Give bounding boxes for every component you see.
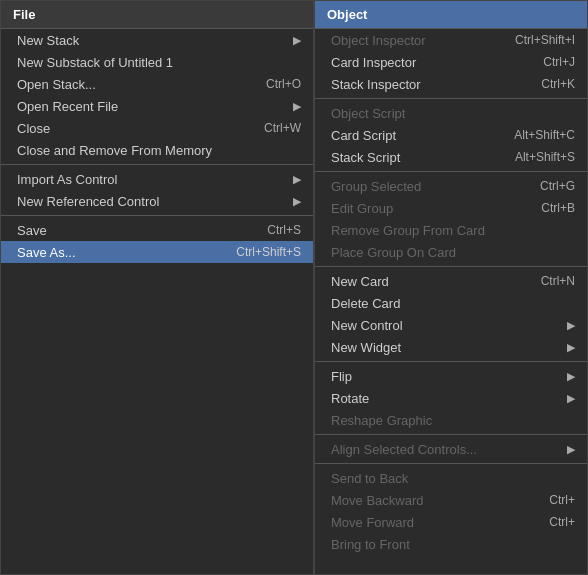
menu-item-label-move-backward: Move Backward xyxy=(331,493,529,508)
menu-item-label-close-remove: Close and Remove From Memory xyxy=(17,143,301,158)
menu-item-align-selected: Align Selected Controls...▶ xyxy=(315,438,587,460)
arrow-icon-new-referenced: ▶ xyxy=(293,195,301,208)
menu-container: File New Stack▶New Substack of Untitled … xyxy=(0,0,588,575)
menu-item-stack-inspector[interactable]: Stack InspectorCtrl+K xyxy=(315,73,587,95)
menu-item-shortcut-save: Ctrl+S xyxy=(267,223,301,237)
menu-item-label-import-as-control: Import As Control xyxy=(17,172,285,187)
menu-item-edit-group: Edit GroupCtrl+B xyxy=(315,197,587,219)
menu-item-close[interactable]: CloseCtrl+W xyxy=(1,117,313,139)
menu-item-shortcut-open-stack: Ctrl+O xyxy=(266,77,301,91)
menu-item-flip[interactable]: Flip▶ xyxy=(315,365,587,387)
menu-item-label-new-referenced: New Referenced Control xyxy=(17,194,285,209)
menu-item-import-as-control[interactable]: Import As Control▶ xyxy=(1,168,313,190)
arrow-icon-new-control: ▶ xyxy=(567,319,575,332)
menu-item-open-stack[interactable]: Open Stack...Ctrl+O xyxy=(1,73,313,95)
menu-item-save-as[interactable]: Save As...Ctrl+Shift+S xyxy=(1,241,313,263)
menu-item-new-stack[interactable]: New Stack▶ xyxy=(1,29,313,51)
menu-item-new-referenced[interactable]: New Referenced Control▶ xyxy=(1,190,313,212)
menu-item-label-new-substack: New Substack of Untitled 1 xyxy=(17,55,301,70)
menu-item-new-control[interactable]: New Control▶ xyxy=(315,314,587,336)
menu-item-label-bring-to-front: Bring to Front xyxy=(331,537,575,552)
menu-item-label-edit-group: Edit Group xyxy=(331,201,521,216)
menu-item-shortcut-new-card: Ctrl+N xyxy=(541,274,575,288)
arrow-icon-import-as-control: ▶ xyxy=(293,173,301,186)
file-menu-title: File xyxy=(13,7,35,22)
menu-item-new-widget[interactable]: New Widget▶ xyxy=(315,336,587,358)
object-menu-header[interactable]: Object xyxy=(315,1,587,29)
menu-item-shortcut-edit-group: Ctrl+B xyxy=(541,201,575,215)
menu-item-bring-to-front: Bring to Front xyxy=(315,533,587,555)
menu-separator xyxy=(315,266,587,267)
menu-item-shortcut-group-selected: Ctrl+G xyxy=(540,179,575,193)
menu-item-card-inspector[interactable]: Card InspectorCtrl+J xyxy=(315,51,587,73)
arrow-icon-align-selected: ▶ xyxy=(567,443,575,456)
file-menu: File New Stack▶New Substack of Untitled … xyxy=(0,0,314,575)
menu-item-remove-group: Remove Group From Card xyxy=(315,219,587,241)
menu-item-label-close: Close xyxy=(17,121,244,136)
menu-item-open-recent[interactable]: Open Recent File▶ xyxy=(1,95,313,117)
menu-item-card-script[interactable]: Card ScriptAlt+Shift+C xyxy=(315,124,587,146)
menu-item-label-send-to-back: Send to Back xyxy=(331,471,575,486)
menu-item-label-new-stack: New Stack xyxy=(17,33,285,48)
menu-item-label-stack-inspector: Stack Inspector xyxy=(331,77,521,92)
menu-item-send-to-back: Send to Back xyxy=(315,467,587,489)
menu-item-shortcut-close: Ctrl+W xyxy=(264,121,301,135)
menu-item-label-stack-script: Stack Script xyxy=(331,150,495,165)
menu-item-label-card-inspector: Card Inspector xyxy=(331,55,523,70)
menu-item-label-rotate: Rotate xyxy=(331,391,559,406)
menu-separator xyxy=(315,98,587,99)
menu-item-stack-script[interactable]: Stack ScriptAlt+Shift+S xyxy=(315,146,587,168)
object-menu: Object Object InspectorCtrl+Shift+ICard … xyxy=(314,0,588,575)
menu-item-object-inspector: Object InspectorCtrl+Shift+I xyxy=(315,29,587,51)
menu-item-close-remove[interactable]: Close and Remove From Memory xyxy=(1,139,313,161)
menu-item-label-object-inspector: Object Inspector xyxy=(331,33,495,48)
arrow-icon-flip: ▶ xyxy=(567,370,575,383)
menu-item-rotate[interactable]: Rotate▶ xyxy=(315,387,587,409)
menu-item-label-flip: Flip xyxy=(331,369,559,384)
menu-item-label-open-recent: Open Recent File xyxy=(17,99,285,114)
menu-item-shortcut-stack-script: Alt+Shift+S xyxy=(515,150,575,164)
menu-separator xyxy=(315,463,587,464)
menu-item-label-new-control: New Control xyxy=(331,318,559,333)
menu-item-new-card[interactable]: New CardCtrl+N xyxy=(315,270,587,292)
menu-item-save[interactable]: SaveCtrl+S xyxy=(1,219,313,241)
menu-item-shortcut-save-as: Ctrl+Shift+S xyxy=(236,245,301,259)
menu-item-shortcut-stack-inspector: Ctrl+K xyxy=(541,77,575,91)
menu-item-move-forward: Move ForwardCtrl+ xyxy=(315,511,587,533)
menu-item-label-reshape-graphic: Reshape Graphic xyxy=(331,413,575,428)
menu-item-label-save-as: Save As... xyxy=(17,245,216,260)
menu-item-shortcut-card-inspector: Ctrl+J xyxy=(543,55,575,69)
menu-item-label-align-selected: Align Selected Controls... xyxy=(331,442,559,457)
menu-item-reshape-graphic: Reshape Graphic xyxy=(315,409,587,431)
arrow-icon-new-stack: ▶ xyxy=(293,34,301,47)
menu-item-shortcut-move-forward: Ctrl+ xyxy=(549,515,575,529)
menu-item-delete-card[interactable]: Delete Card xyxy=(315,292,587,314)
menu-item-label-object-script: Object Script xyxy=(331,106,575,121)
menu-separator xyxy=(1,164,313,165)
menu-separator xyxy=(315,434,587,435)
menu-item-label-group-selected: Group Selected xyxy=(331,179,520,194)
file-menu-header[interactable]: File xyxy=(1,1,313,29)
menu-item-label-move-forward: Move Forward xyxy=(331,515,529,530)
arrow-icon-rotate: ▶ xyxy=(567,392,575,405)
menu-item-label-save: Save xyxy=(17,223,247,238)
menu-item-label-place-group: Place Group On Card xyxy=(331,245,575,260)
menu-separator xyxy=(315,361,587,362)
menu-item-move-backward: Move BackwardCtrl+ xyxy=(315,489,587,511)
arrow-icon-new-widget: ▶ xyxy=(567,341,575,354)
arrow-icon-open-recent: ▶ xyxy=(293,100,301,113)
menu-item-object-script: Object Script xyxy=(315,102,587,124)
menu-item-place-group: Place Group On Card xyxy=(315,241,587,263)
menu-item-shortcut-move-backward: Ctrl+ xyxy=(549,493,575,507)
menu-item-label-new-widget: New Widget xyxy=(331,340,559,355)
menu-item-label-remove-group: Remove Group From Card xyxy=(331,223,575,238)
menu-item-shortcut-card-script: Alt+Shift+C xyxy=(514,128,575,142)
menu-item-shortcut-object-inspector: Ctrl+Shift+I xyxy=(515,33,575,47)
file-menu-items: New Stack▶New Substack of Untitled 1Open… xyxy=(1,29,313,263)
menu-item-label-delete-card: Delete Card xyxy=(331,296,575,311)
menu-separator xyxy=(1,215,313,216)
object-menu-items: Object InspectorCtrl+Shift+ICard Inspect… xyxy=(315,29,587,555)
menu-item-label-new-card: New Card xyxy=(331,274,521,289)
menu-item-group-selected: Group SelectedCtrl+G xyxy=(315,175,587,197)
menu-item-new-substack[interactable]: New Substack of Untitled 1 xyxy=(1,51,313,73)
